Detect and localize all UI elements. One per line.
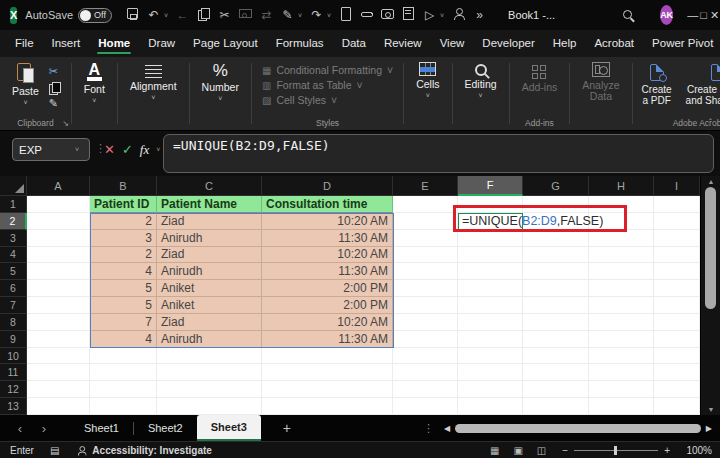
- cell-C2[interactable]: Ziad: [157, 213, 262, 230]
- page-break-view-icon[interactable]: ◫: [537, 445, 546, 456]
- minimize-button[interactable]: —: [687, 1, 698, 29]
- sheet-tab-sheet3[interactable]: Sheet3: [197, 415, 261, 441]
- cell-F9[interactable]: [458, 331, 523, 348]
- cell-E13[interactable]: [393, 398, 458, 415]
- column-header-i[interactable]: I: [654, 176, 700, 196]
- row-header-7[interactable]: 7: [0, 297, 27, 314]
- cancel-icon[interactable]: ✕: [104, 142, 115, 157]
- cell-B7[interactable]: 5: [90, 297, 157, 314]
- sheet-nav-right-icon[interactable]: ›: [32, 421, 56, 436]
- insert-function-icon[interactable]: fx: [140, 142, 149, 158]
- cell-F10[interactable]: [458, 348, 523, 365]
- save-button[interactable]: [122, 7, 143, 23]
- column-header-a[interactable]: A: [27, 176, 90, 196]
- cell-F3[interactable]: [458, 230, 523, 247]
- redo-button[interactable]: ↷: [306, 8, 327, 22]
- form-button[interactable]: [398, 7, 419, 23]
- vertical-scrollbar[interactable]: ▲ ▼: [700, 176, 720, 415]
- cell-C13[interactable]: [157, 398, 262, 415]
- cell-I9[interactable]: [654, 331, 700, 348]
- alignment-button[interactable]: Alignment ˅: [125, 62, 182, 101]
- cell-E2[interactable]: [393, 213, 458, 230]
- cell-H9[interactable]: [589, 331, 654, 348]
- cell-E11[interactable]: [393, 364, 458, 381]
- cut-button[interactable]: ✂: [214, 8, 235, 22]
- tab-acrobat[interactable]: Acrobat: [585, 32, 643, 55]
- cell-B1[interactable]: Patient ID: [90, 196, 157, 213]
- cell-I7[interactable]: [654, 297, 700, 314]
- zoom-slider-thumb[interactable]: [614, 446, 617, 455]
- row-header-3[interactable]: 3: [0, 230, 27, 247]
- tab-help[interactable]: Help: [544, 32, 586, 55]
- cell-A6[interactable]: [27, 280, 90, 297]
- vertical-scroll-thumb[interactable]: [705, 187, 716, 309]
- enter-icon[interactable]: ✓: [122, 142, 133, 157]
- cell-B9[interactable]: 4: [90, 331, 157, 348]
- cell-C11[interactable]: [157, 364, 262, 381]
- zoom-level[interactable]: 100%: [680, 445, 712, 456]
- cell-F12[interactable]: [458, 381, 523, 398]
- column-header-b[interactable]: B: [90, 176, 157, 196]
- cell-E3[interactable]: [393, 230, 458, 247]
- cell-E10[interactable]: [393, 348, 458, 365]
- cell-H1[interactable]: [589, 196, 654, 213]
- cell-B10[interactable]: [90, 348, 157, 365]
- scrollbar-resize-handle[interactable]: ⋮: [423, 422, 434, 435]
- tab-home[interactable]: Home: [89, 32, 139, 55]
- cell-I11[interactable]: [654, 364, 700, 381]
- row-header-10[interactable]: 10: [0, 348, 27, 365]
- accessibility-status[interactable]: Accessibility: Investigate: [92, 445, 212, 456]
- cell-A10[interactable]: [27, 348, 90, 365]
- cell-G13[interactable]: [523, 398, 589, 415]
- select-all-button[interactable]: [0, 176, 27, 196]
- column-header-h[interactable]: H: [589, 176, 654, 196]
- zoom-out-icon[interactable]: −: [562, 445, 568, 456]
- cell-C7[interactable]: Aniket: [157, 297, 262, 314]
- add-sheet-button[interactable]: +: [283, 420, 291, 436]
- cell-B8[interactable]: 7: [90, 314, 157, 331]
- cell-F8[interactable]: [458, 314, 523, 331]
- column-header-f[interactable]: F: [458, 176, 523, 196]
- maximize-button[interactable]: □: [698, 1, 709, 29]
- ribbon-collapse-icon[interactable]: ˆ: [709, 117, 712, 127]
- cell-F1[interactable]: [458, 196, 523, 213]
- cell-D6[interactable]: 2:00 PM: [262, 280, 393, 297]
- name-box[interactable]: EXP ˅: [12, 138, 90, 161]
- cell-A9[interactable]: [27, 331, 90, 348]
- row-header-2[interactable]: 2: [0, 213, 27, 230]
- cell-G3[interactable]: [523, 230, 589, 247]
- row-header-11[interactable]: 11: [0, 364, 27, 381]
- cell-B11[interactable]: [90, 364, 157, 381]
- copy-button[interactable]: [193, 7, 214, 23]
- create-pdf-button[interactable]: Create a PDF: [637, 62, 677, 108]
- tab-data[interactable]: Data: [333, 32, 375, 55]
- avatar[interactable]: AK: [660, 5, 673, 25]
- tab-developer[interactable]: Developer: [473, 32, 543, 55]
- cell-C6[interactable]: Aniket: [157, 280, 262, 297]
- cell-G7[interactable]: [523, 297, 589, 314]
- close-button[interactable]: ✕: [709, 1, 720, 29]
- undo-dropdown-icon[interactable]: ˅: [164, 12, 172, 19]
- create-pdf-share-button[interactable]: Create a PDF and Share link: [681, 62, 720, 108]
- cell-H12[interactable]: [589, 381, 654, 398]
- cell-H11[interactable]: [589, 364, 654, 381]
- cell-A3[interactable]: [27, 230, 90, 247]
- cell-C12[interactable]: [157, 381, 262, 398]
- macro-dropdown-icon[interactable]: ˅: [440, 12, 448, 19]
- tab-power-pivot[interactable]: Power Pivot: [643, 32, 720, 55]
- clipboard-dialog-launcher-icon[interactable]: ↘: [62, 119, 69, 128]
- row-header-8[interactable]: 8: [0, 314, 27, 331]
- cell-I4[interactable]: [654, 247, 700, 264]
- cell-B5[interactable]: 4: [90, 263, 157, 280]
- cell-C10[interactable]: [157, 348, 262, 365]
- cell-D8[interactable]: 10:20 AM: [262, 314, 393, 331]
- cell-A1[interactable]: [27, 196, 90, 213]
- autosave-switch[interactable]: Off: [78, 8, 112, 23]
- zoom-in-icon[interactable]: +: [664, 445, 670, 456]
- macro-play-button[interactable]: ▷: [419, 8, 440, 22]
- cell-A4[interactable]: [27, 247, 90, 264]
- cell-E6[interactable]: [393, 280, 458, 297]
- cell-C8[interactable]: Ziad: [157, 314, 262, 331]
- row-header-9[interactable]: 9: [0, 331, 27, 348]
- cell-C3[interactable]: Anirudh: [157, 230, 262, 247]
